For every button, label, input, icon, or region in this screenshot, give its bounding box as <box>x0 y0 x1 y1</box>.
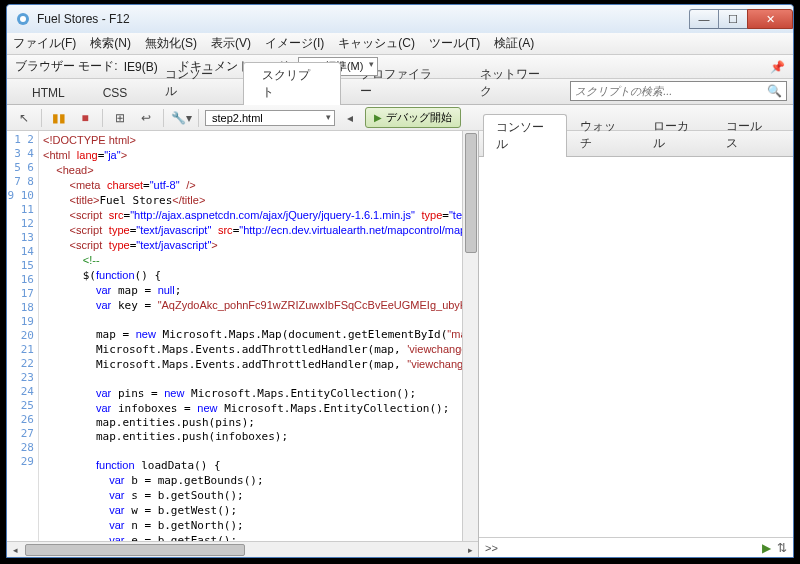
menu-item[interactable]: 検索(N) <box>90 35 131 52</box>
menu-bar: ファイル(F)検索(N)無効化(S)表示(V)イメージ(I)キャッシュ(C)ツー… <box>7 33 793 55</box>
menu-item[interactable]: ツール(T) <box>429 35 480 52</box>
search-icon[interactable]: 🔍 <box>767 84 782 98</box>
code-pane: 1 2 3 4 5 6 7 8 9 10 11 12 13 14 15 16 1… <box>7 131 479 557</box>
pin-icon[interactable]: 📌 <box>769 59 785 75</box>
prev-icon[interactable]: ◂ <box>339 108 361 128</box>
multiline-icon[interactable]: ⇅ <box>777 541 787 555</box>
menu-item[interactable]: イメージ(I) <box>265 35 324 52</box>
menu-item[interactable]: ファイル(F) <box>13 35 76 52</box>
main-tabs: HTMLCSSコンソールスクリプトプロファイラーネットワーク 🔍 <box>7 79 793 105</box>
menu-item[interactable]: 表示(V) <box>211 35 251 52</box>
console-output[interactable] <box>479 157 793 537</box>
right-tab-0[interactable]: コンソール <box>483 114 567 157</box>
pause-icon[interactable]: ▮▮ <box>48 108 70 128</box>
script-search[interactable]: 🔍 <box>570 81 787 101</box>
tab-スクリプト[interactable]: スクリプト <box>243 62 340 105</box>
right-tabs: コンソールウォッチローカルコール ス <box>479 131 793 157</box>
line-gutter[interactable]: 1 2 3 4 5 6 7 8 9 10 11 12 13 14 15 16 1… <box>7 131 39 541</box>
tab-CSS[interactable]: CSS <box>84 81 147 104</box>
start-debug-button[interactable]: ▶デバッグ開始 <box>365 107 461 128</box>
close-button[interactable]: ✕ <box>747 9 793 29</box>
horizontal-scrollbar[interactable]: ◂▸ <box>7 541 478 557</box>
tab-HTML[interactable]: HTML <box>13 81 84 104</box>
stop-icon[interactable]: ■ <box>74 108 96 128</box>
app-icon <box>15 11 31 27</box>
wrap-icon[interactable]: ↩ <box>135 108 157 128</box>
file-dropdown[interactable]: step2.html <box>205 110 335 126</box>
cursor-icon[interactable]: ↖ <box>13 108 35 128</box>
breakpoint-icon[interactable]: 🔧▾ <box>170 108 192 128</box>
menu-item[interactable]: 検証(A) <box>494 35 534 52</box>
right-tab-2[interactable]: ローカル <box>640 113 713 156</box>
tab-コンソール[interactable]: コンソール <box>146 61 243 104</box>
vertical-scrollbar[interactable] <box>462 131 478 541</box>
right-tab-3[interactable]: コール ス <box>713 113 789 156</box>
run-icon[interactable]: ▶ <box>762 541 771 555</box>
play-icon: ▶ <box>374 112 382 123</box>
window-title: Fuel Stores - F12 <box>37 12 690 26</box>
code-editor[interactable]: <!DOCTYPE html> <html lang="ja"> <head> … <box>39 131 478 541</box>
console-prompt: >> <box>485 542 498 554</box>
right-tab-1[interactable]: ウォッチ <box>567 113 640 156</box>
devtools-window: Fuel Stores - F12 — ☐ ✕ ファイル(F)検索(N)無効化(… <box>6 4 794 558</box>
tab-ネットワーク[interactable]: ネットワーク <box>461 61 570 104</box>
menu-item[interactable]: 無効化(S) <box>145 35 197 52</box>
browser-mode-label: ブラウザー モード: <box>15 58 118 75</box>
titlebar[interactable]: Fuel Stores - F12 — ☐ ✕ <box>7 5 793 33</box>
format-icon[interactable]: ⊞ <box>109 108 131 128</box>
minimize-button[interactable]: — <box>689 9 719 29</box>
console-input-row: >> ▶ ⇅ <box>479 537 793 557</box>
maximize-button[interactable]: ☐ <box>718 9 748 29</box>
svg-point-1 <box>20 16 26 22</box>
right-pane: コンソールウォッチローカルコール ス >> ▶ ⇅ <box>479 131 793 557</box>
menu-item[interactable]: キャッシュ(C) <box>338 35 415 52</box>
search-input[interactable] <box>575 85 767 97</box>
